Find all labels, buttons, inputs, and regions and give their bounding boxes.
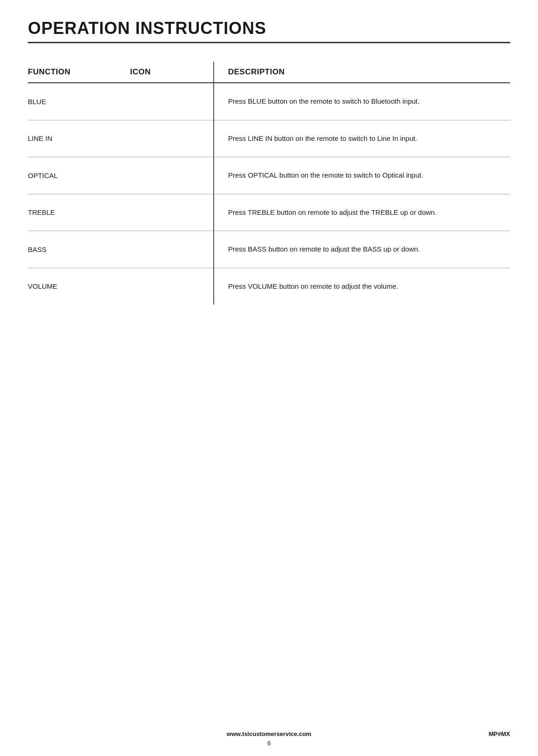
cell-icon-4: [130, 231, 214, 268]
cell-function-4: BASS: [28, 231, 130, 268]
cell-function-5: VOLUME: [28, 268, 130, 305]
cell-description-4: Press BASS button on remote to adjust th…: [214, 231, 510, 268]
cell-description-0: Press BLUE button on the remote to switc…: [214, 83, 510, 120]
cell-icon-3: [130, 194, 214, 231]
cell-icon-2: [130, 157, 214, 194]
page-title: OPERATION INSTRUCTIONS: [28, 19, 510, 43]
table-row: BLUEPress BLUE button on the remote to s…: [28, 83, 510, 120]
table-header-row: FUNCTION ICON DESCRIPTION: [28, 62, 510, 83]
cell-description-3: Press TREBLE button on remote to adjust …: [214, 194, 510, 231]
cell-icon-0: [130, 83, 214, 120]
table-row: LINE INPress LINE IN button on the remot…: [28, 120, 510, 157]
cell-function-2: OPTICAL: [28, 157, 130, 194]
cell-function-1: LINE IN: [28, 120, 130, 157]
column-header-description: DESCRIPTION: [214, 62, 510, 83]
instructions-table: FUNCTION ICON DESCRIPTION BLUEPress BLUE…: [28, 62, 510, 305]
footer-model: MP#MX: [489, 730, 510, 737]
cell-icon-1: [130, 120, 214, 157]
page-footer: www.tsicustomerservice.com MP#MX: [0, 730, 538, 737]
cell-description-2: Press OPTICAL button on the remote to sw…: [214, 157, 510, 194]
cell-description-1: Press LINE IN button on the remote to sw…: [214, 120, 510, 157]
cell-description-5: Press VOLUME button on remote to adjust …: [214, 268, 510, 305]
column-header-function: FUNCTION: [28, 62, 130, 83]
cell-icon-5: [130, 268, 214, 305]
table-row: OPTICALPress OPTICAL button on the remot…: [28, 157, 510, 194]
cell-function-0: BLUE: [28, 83, 130, 120]
cell-function-3: TREBLE: [28, 194, 130, 231]
table-row: TREBLEPress TREBLE button on remote to a…: [28, 194, 510, 231]
column-header-icon: ICON: [130, 62, 214, 83]
table-row: VOLUMEPress VOLUME button on remote to a…: [28, 268, 510, 305]
footer-website: www.tsicustomerservice.com: [227, 730, 311, 737]
table-row: BASSPress BASS button on remote to adjus…: [28, 231, 510, 268]
page-number: 6: [267, 740, 270, 747]
